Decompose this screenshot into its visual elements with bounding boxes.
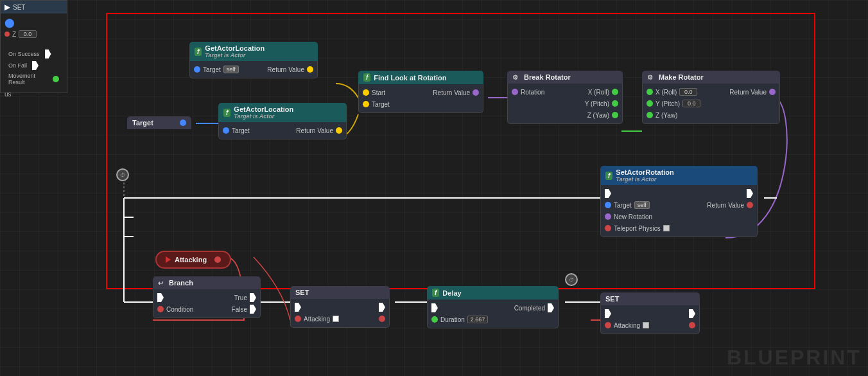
- x-roll-make-pin: [647, 89, 653, 95]
- us-label: us: [1, 87, 67, 102]
- target-pin-3: [363, 101, 369, 107]
- teleport-label: Teleport Physics: [614, 225, 661, 232]
- break-rotator-title: Break Rotator: [524, 73, 571, 81]
- exec-pin: ⬤: [4, 17, 15, 28]
- set-attacking-2-node[interactable]: SET Attacking: [600, 292, 700, 334]
- make-icon: ⚙: [647, 74, 653, 81]
- on-fail-pin: [32, 61, 39, 70]
- self-tag: self: [223, 66, 239, 73]
- z-yaw-row: Z (Yaw): [508, 109, 622, 121]
- target-sar-pin: [605, 202, 611, 208]
- node-subtitle: Target is Actor: [205, 52, 265, 58]
- target-header: Target: [127, 116, 191, 129]
- branch-node[interactable]: ↩ Branch True Condition False: [153, 276, 261, 318]
- delay-exec-in: [431, 303, 438, 312]
- y-pitch-value[interactable]: 0.0: [682, 100, 700, 107]
- on-success-item: On Success: [4, 48, 63, 60]
- start-pin: [363, 89, 369, 96]
- branch-true-pin: [250, 293, 256, 302]
- set-2-attacking-row: Attacking: [601, 319, 699, 331]
- get-actor-location-2-node[interactable]: f GetActorLocation Target is Actor Targe…: [218, 103, 347, 139]
- blueprint-watermark: BLUEPRINT: [727, 346, 862, 370]
- top-left-panel: ▶ SET ⬤ Z 0.0 On Success On Fail Mov: [0, 0, 67, 93]
- set-1-checkbox[interactable]: [333, 316, 339, 322]
- target-row-2: Target Return Value: [219, 125, 346, 136]
- z-label: Z: [12, 31, 16, 38]
- z-yaw-make-row: Z (Yaw): [643, 109, 779, 121]
- sidebar-z: Z 0.0: [1, 29, 67, 39]
- on-fail-label: On Fail: [8, 62, 27, 69]
- set-2-exec-in: [605, 309, 611, 318]
- y-pitch-pin: [612, 100, 618, 107]
- make-rotator-body: X (Roll) 0.0 Return Value Y (Pitch) 0.0: [642, 84, 780, 124]
- break-icon: ⚙: [512, 74, 518, 81]
- set-1-exec-row: [291, 301, 389, 313]
- delay-title: Delay: [442, 289, 461, 297]
- find-look-header: f Find Look at Rotation: [358, 71, 483, 84]
- panel-title: SET: [13, 4, 25, 11]
- set-1-attacking-pin: [295, 316, 301, 322]
- attacking-arrow: [166, 256, 171, 263]
- set-attacking-1-node[interactable]: SET Attacking: [290, 286, 390, 328]
- get-actor-location-1-node[interactable]: f GetActorLocation Target is Actor Targe…: [189, 42, 318, 78]
- x-roll-value[interactable]: 0.0: [679, 88, 697, 96]
- set-1-attacking-row: Attacking: [291, 313, 389, 325]
- set-2-exec-row: [601, 308, 699, 319]
- branch-body: True Condition False: [153, 289, 261, 318]
- get-actor-location-1-header: f GetActorLocation Target is Actor: [189, 42, 318, 61]
- teleport-checkbox[interactable]: [663, 225, 670, 231]
- on-success-label: On Success: [8, 51, 40, 57]
- set-2-attacking-pin: [605, 322, 611, 328]
- func-icon-3: f: [363, 73, 370, 82]
- target-node[interactable]: Target: [127, 116, 191, 129]
- movement-pin: [53, 76, 59, 82]
- set-2-checkbox[interactable]: [643, 322, 649, 328]
- attacking-pill-label: Attacking: [175, 256, 207, 264]
- set-1-title: SET: [295, 289, 309, 296]
- delay-node[interactable]: f Delay Completed Duration 2.667: [427, 286, 559, 328]
- duration-label: Duration: [440, 316, 465, 323]
- duration-value[interactable]: 2.667: [467, 316, 489, 323]
- set-1-exec-out: [379, 303, 385, 312]
- attacking-pill-node[interactable]: Attacking: [155, 251, 231, 269]
- make-rotator-title: Make Rotator: [659, 73, 704, 81]
- delay-exec-row: Completed: [428, 302, 558, 314]
- set-1-attacking-label: Attacking: [304, 316, 330, 323]
- branch-icon: ↩: [158, 280, 163, 287]
- duration-row: Duration 2.667: [428, 314, 558, 325]
- condition-pin: [157, 306, 164, 312]
- set-1-header: SET: [290, 286, 390, 299]
- return-pin-3: [473, 89, 479, 96]
- branch-exec-in: [157, 293, 164, 302]
- teleport-physics-row: Teleport Physics: [601, 222, 757, 234]
- set-2-title: SET: [605, 295, 619, 303]
- delay-header: f Delay: [427, 286, 559, 300]
- set-actor-rotation-node[interactable]: f SetActorRotation Target is Actor Targe…: [600, 166, 758, 237]
- panel-header: ▶ SET: [1, 1, 67, 13]
- blueprint-canvas[interactable]: ▶ SET ⬤ Z 0.0 On Success On Fail Mov: [0, 0, 868, 376]
- self-tag-sar: self: [634, 201, 650, 209]
- new-rotation-pin: [605, 213, 611, 220]
- branch-false-pin: [250, 305, 256, 314]
- rotation-pin: [512, 89, 518, 95]
- exec-icon: ▶: [4, 3, 10, 12]
- delay-body: Completed Duration 2.667: [427, 300, 559, 328]
- find-look-at-rotation-node[interactable]: f Find Look at Rotation Start Return Val…: [358, 71, 483, 113]
- new-rotation-row: New Rotation: [601, 211, 757, 222]
- attacking-out-pin: [214, 256, 221, 263]
- branch-exec-row: True: [153, 292, 260, 303]
- exec-in-pin: [605, 189, 611, 198]
- break-rotator-node[interactable]: ⚙ Break Rotator Rotation X (Roll) Y (Pit…: [507, 71, 623, 124]
- make-rotator-node[interactable]: ⚙ Make Rotator X (Roll) 0.0 Return Value…: [642, 71, 780, 124]
- func-icon-2: f: [223, 109, 230, 117]
- x-roll-make-row: X (Roll) 0.0 Return Value: [643, 86, 779, 98]
- node-title: GetActorLocation: [205, 44, 265, 52]
- target-pin: [194, 66, 200, 73]
- z-value[interactable]: 0.0: [19, 30, 37, 38]
- condition-row: Condition False: [153, 303, 260, 315]
- branch-header: ↩ Branch: [153, 276, 261, 289]
- branch-title: Branch: [169, 279, 193, 287]
- target-row: Target self Return Value: [190, 64, 317, 75]
- make-rotator-header: ⚙ Make Rotator: [642, 71, 780, 84]
- set-1-out-pin: [379, 316, 385, 322]
